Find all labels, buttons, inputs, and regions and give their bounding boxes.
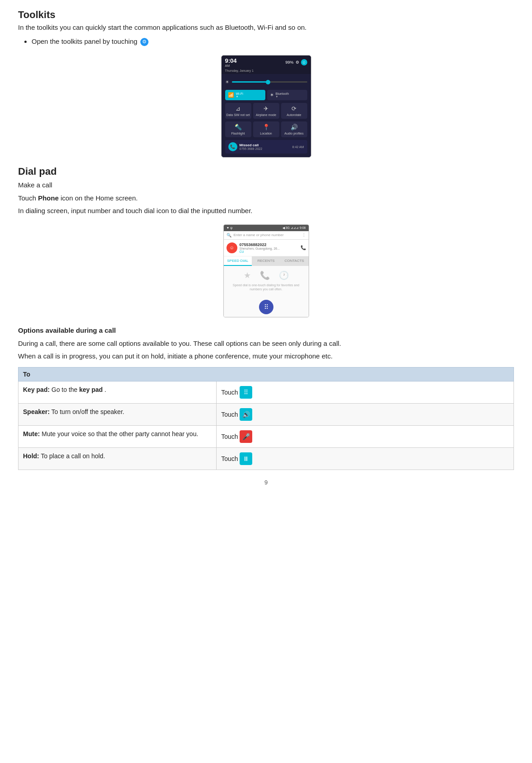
wifi-icon: 📶 <box>228 92 234 98</box>
dialpad-tabs: SPEED DIAL RECENTS CONTACTS <box>224 256 309 266</box>
audio-profiles-item[interactable]: 🔊 Audio profiles <box>281 121 307 137</box>
tab-speed-dial[interactable]: SPEED DIAL <box>224 256 252 266</box>
options-table: To Key pad: Go to the key pad . Touch ⠿ … <box>18 367 514 470</box>
table-row: Mute: Mute your voice so that the other … <box>19 425 514 447</box>
table-header-to: To <box>19 367 514 381</box>
speed-dial-content: ★ 📞 🕐 Speed dial is one-touch dialing fo… <box>224 266 309 297</box>
page-number: 9 <box>18 479 514 486</box>
mute-label: Mute: <box>23 430 40 437</box>
table-row: Key pad: Go to the key pad . Touch ⠿ <box>19 381 514 403</box>
mute-desc-cell: Mute: Mute your voice so that the other … <box>19 425 217 447</box>
tab-contacts[interactable]: CONTACTS <box>280 256 309 266</box>
airplane-icon: ✈ <box>264 105 268 112</box>
autorotate-item[interactable]: ⟳ Autorotate <box>281 103 307 119</box>
phone-status-icons: 99% ⚙ ☺ <box>285 59 307 65</box>
make-call-text: Make a call <box>18 180 514 191</box>
toolkits-desc: In the toolkits you can quickly start th… <box>18 23 514 33</box>
notif-title: Missed call <box>240 143 290 147</box>
dialpad-screenshot: ▼ ψ ◀ 3G ⊿⊿⊿ 9:08 🔍 Enter a name or phon… <box>18 224 514 318</box>
brightness-row: ☀ <box>225 78 307 86</box>
audio-icon: 🔊 <box>291 124 298 130</box>
speaker-desc-cell: Speaker: To turn on/off the speaker. <box>19 403 217 425</box>
toolkit-grid-1: ⊿ Data SIM not set ✈ Airplane mode ⟳ Aut… <box>225 103 307 119</box>
notif-number: 0755 3688 2022 <box>240 147 290 150</box>
missed-call-notification: 📞 Missed call 0755 3688 2022 8:42 AM <box>225 140 307 154</box>
bt-item[interactable]: ✶ Bluetooth ▼ <box>267 90 307 100</box>
toolkits-inline-icon: ⚙ <box>140 38 148 46</box>
dialpad-heading: Dial pad <box>18 166 514 177</box>
hold-icon: ⏸ <box>240 452 252 465</box>
brightness-slider <box>232 81 307 83</box>
contact-tag: CU <box>240 250 298 253</box>
mute-action-cell: Touch 🎤 <box>217 425 514 447</box>
hold-label: Hold: <box>23 452 39 460</box>
speaker-label: Speaker: <box>23 408 50 415</box>
phone-ampm: AM <box>225 64 237 67</box>
phone-icon: 📞 <box>260 270 270 280</box>
clock-icon: 🕐 <box>279 270 289 280</box>
phone-status-bar: 9:04 AM 99% ⚙ ☺ <box>222 56 311 68</box>
toolkit-grid-2: 🔦 Flashlight 📍 Location 🔊 Audio profiles <box>225 121 307 137</box>
speed-dial-icons: ★ 📞 🕐 <box>227 270 305 280</box>
airplane-mode-item[interactable]: ✈ Airplane mode <box>253 103 279 119</box>
contact-row[interactable]: ☺ 075536882022 Shenzhen, Guangdong, 26..… <box>224 240 309 256</box>
options-line1: During a call, there are some call optio… <box>18 339 514 349</box>
data-sim-icon: ⊿ <box>236 105 241 112</box>
mute-icon: 🎤 <box>240 430 252 443</box>
phone-time: 9:04 <box>225 57 237 64</box>
hold-desc-cell: Hold: To place a call on hold. <box>19 447 217 470</box>
keypad-desc-cell: Key pad: Go to the key pad . <box>19 381 217 403</box>
wifi-bt-row: 📶 Wi-Fi ▼ ✶ Bluetooth ▼ <box>225 90 307 100</box>
options-heading: Options available during a call <box>18 326 514 336</box>
star-icon: ★ <box>244 270 251 280</box>
hold-action-cell: Touch ⏸ <box>217 447 514 470</box>
autorotate-icon: ⟳ <box>291 105 296 112</box>
flashlight-icon: 🔦 <box>235 124 242 130</box>
bt-icon: ✶ <box>270 92 274 98</box>
search-icon: 🔍 <box>227 233 231 237</box>
touch-phone-text: Touch Phone icon on the Home screen. <box>18 193 514 204</box>
speaker-action-cell: Touch 🔊 <box>217 403 514 425</box>
keypad-action-cell: Touch ⠿ <box>217 381 514 403</box>
notif-time: 8:42 AM <box>292 145 304 149</box>
menu-icon: ⋮ <box>302 233 306 237</box>
wifi-item[interactable]: 📶 Wi-Fi ▼ <box>225 90 265 100</box>
contact-avatar: ☺ <box>227 242 237 253</box>
call-icon[interactable]: 📞 <box>301 245 306 250</box>
toolkits-heading: Toolkits <box>18 9 514 21</box>
contact-number: 075536882022 <box>240 242 298 247</box>
toolkit-content: ☀ 📶 Wi-Fi ▼ ✶ Bluetoo <box>222 74 311 157</box>
dialpad-status-bar: ▼ ψ ◀ 3G ⊿⊿⊿ 9:08 <box>224 225 309 231</box>
dialpad-phone-mockup: ▼ ψ ◀ 3G ⊿⊿⊿ 9:08 🔍 Enter a name or phon… <box>223 224 309 318</box>
data-sim-item[interactable]: ⊿ Data SIM not set <box>225 103 251 119</box>
speed-dial-description: Speed dial is one-touch dialing for favo… <box>227 283 305 292</box>
dialpad-search-bar[interactable]: 🔍 Enter a name or phone number ⋮ <box>224 231 309 240</box>
speaker-icon: 🔊 <box>240 408 252 421</box>
dialpad-fab-button[interactable]: ⠿ <box>259 300 273 314</box>
flashlight-item[interactable]: 🔦 Flashlight <box>225 121 251 137</box>
fab-row: ⠿ <box>224 296 309 317</box>
tab-recents[interactable]: RECENTS <box>252 256 280 266</box>
location-icon: 📍 <box>263 124 270 130</box>
options-line2: When a call is in progress, you can put … <box>18 351 514 362</box>
phone-date: Thursday, January 1 <box>222 68 311 74</box>
location-item[interactable]: 📍 Location <box>253 121 279 137</box>
notif-avatar: 📞 <box>228 142 237 151</box>
table-row: Speaker: To turn on/off the speaker. Tou… <box>19 403 514 425</box>
search-placeholder: Enter a name or phone number <box>234 233 300 237</box>
keypad-label: Key pad: <box>23 386 50 393</box>
toolkits-phone-mockup: 9:04 AM 99% ⚙ ☺ Thursday, January 1 ☀ <box>221 55 311 158</box>
dial-instructions: In dialing screen, input number and touc… <box>18 206 514 216</box>
toolkits-screenshot: 9:04 AM 99% ⚙ ☺ Thursday, January 1 ☀ <box>18 55 514 158</box>
keypad-icon: ⠿ <box>240 386 252 399</box>
contact-location: Shenzhen, Guangdong, 26... <box>240 247 298 250</box>
toolkits-bullet: Open the toolkits panel by touching ⚙ <box>32 36 514 47</box>
key-pad-bold: key pad <box>79 386 103 393</box>
table-row: Hold: To place a call on hold. Touch ⏸ <box>19 447 514 470</box>
